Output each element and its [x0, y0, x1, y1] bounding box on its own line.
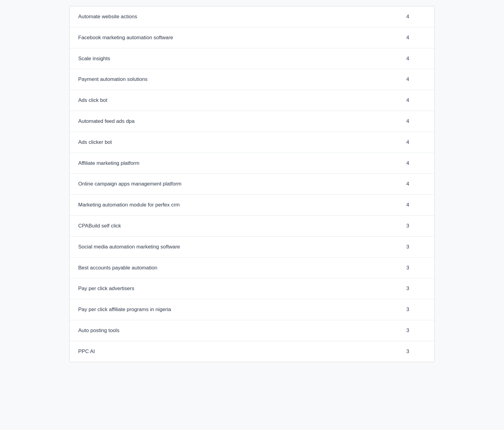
keyword-cell: Automated feed ads dpa: [70, 111, 398, 132]
value-cell: 4: [398, 132, 434, 153]
table-row: Marketing automation module for perfex c…: [70, 195, 434, 216]
keyword-cell: Marketing automation module for perfex c…: [70, 195, 398, 216]
value-cell: 3: [398, 320, 434, 341]
keyword-cell: Auto posting tools: [70, 320, 398, 341]
keyword-cell: Best accounts payable automation: [70, 257, 398, 278]
value-cell: 3: [398, 278, 434, 299]
keyword-cell: CPABuild self click: [70, 215, 398, 236]
keyword-cell: Facebook marketing automation software: [70, 27, 398, 48]
value-cell: 4: [398, 48, 434, 69]
value-cell: 4: [398, 195, 434, 216]
table-row: CPABuild self click3: [70, 215, 434, 236]
table-row: Scale insights4: [70, 48, 434, 69]
value-cell: 4: [398, 174, 434, 195]
table-row: Payment automation solutions4: [70, 69, 434, 90]
table-row: Automated feed ads dpa4: [70, 111, 434, 132]
value-cell: 4: [398, 27, 434, 48]
table-row: Pay per click affiliate programs in nige…: [70, 299, 434, 320]
keyword-cell: Ads clicker bot: [70, 132, 398, 153]
keyword-cell: Social media automation marketing softwa…: [70, 236, 398, 257]
keyword-cell: Pay per click advertisers: [70, 278, 398, 299]
table-row: Ads clicker bot4: [70, 132, 434, 153]
value-cell: 4: [398, 111, 434, 132]
keyword-cell: Online campaign apps management platform: [70, 174, 398, 195]
value-cell: 3: [398, 341, 434, 362]
keyword-cell: Pay per click affiliate programs in nige…: [70, 299, 398, 320]
keyword-cell: Scale insights: [70, 48, 398, 69]
table-row: Pay per click advertisers3: [70, 278, 434, 299]
keyword-cell: Affiliate marketing platform: [70, 153, 398, 174]
table-row: Affiliate marketing platform4: [70, 153, 434, 174]
keyword-cell: PPC AI: [70, 341, 398, 362]
value-cell: 4: [398, 153, 434, 174]
value-cell: 4: [398, 90, 434, 111]
table-row: Social media automation marketing softwa…: [70, 236, 434, 257]
value-cell: 3: [398, 236, 434, 257]
keyword-table: Automate website actions4Facebook market…: [69, 6, 435, 362]
value-cell: 4: [398, 6, 434, 27]
value-cell: 3: [398, 299, 434, 320]
value-cell: 4: [398, 69, 434, 90]
value-cell: 3: [398, 215, 434, 236]
keyword-cell: Ads click bot: [70, 90, 398, 111]
table-row: Ads click bot4: [70, 90, 434, 111]
table-row: Auto posting tools3: [70, 320, 434, 341]
keyword-cell: Automate website actions: [70, 6, 398, 27]
table-row: PPC AI3: [70, 341, 434, 362]
table-row: Online campaign apps management platform…: [70, 174, 434, 195]
table-row: Facebook marketing automation software4: [70, 27, 434, 48]
table-row: Automate website actions4: [70, 6, 434, 27]
value-cell: 3: [398, 257, 434, 278]
table-row: Best accounts payable automation3: [70, 257, 434, 278]
keyword-cell: Payment automation solutions: [70, 69, 398, 90]
